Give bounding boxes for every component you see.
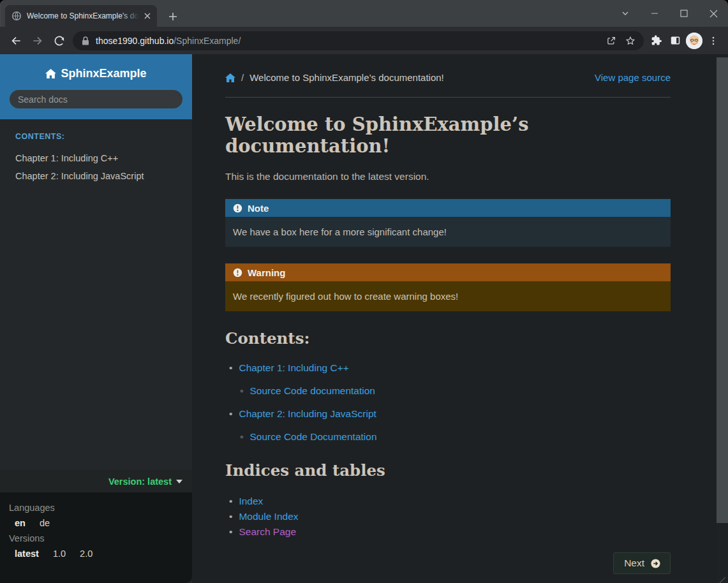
note-title-bar: Note bbox=[225, 199, 671, 217]
list-item: Search Page bbox=[229, 524, 671, 540]
chevron-down-icon[interactable] bbox=[611, 0, 640, 27]
tab-close-icon[interactable] bbox=[142, 10, 153, 22]
project-title: SphinxExample bbox=[61, 67, 146, 80]
indices-heading: Indices and tables bbox=[225, 461, 671, 480]
warning-info-icon bbox=[233, 268, 242, 277]
bookmark-star-icon[interactable] bbox=[621, 31, 640, 50]
intro-paragraph: This is the documentation to the latest … bbox=[225, 171, 671, 182]
close-window-button[interactable] bbox=[699, 0, 728, 27]
version-selector[interactable]: Version: latest bbox=[0, 470, 192, 492]
versions-row: latest 1.0 2.0 bbox=[9, 546, 183, 561]
browser-toolbar: those1990.github.io/SphinxExample/ bbox=[0, 27, 728, 54]
new-tab-button[interactable] bbox=[165, 8, 181, 25]
warning-title-bar: Warning bbox=[225, 263, 671, 281]
browser-window: Welcome to SphinxExample’s doc bbox=[0, 0, 728, 583]
project-home-link[interactable]: SphinxExample bbox=[10, 67, 182, 80]
note-body: We have a box here for a more significan… bbox=[225, 217, 671, 247]
view-page-source-link[interactable]: View page source bbox=[595, 72, 671, 83]
sidebar: SphinxExample CONTENTS: Chapter 1: Inclu… bbox=[0, 54, 192, 583]
caret-down-icon bbox=[176, 480, 182, 483]
sidebar-header: SphinxExample bbox=[0, 54, 192, 119]
address-bar[interactable]: those1990.github.io/SphinxExample/ bbox=[73, 31, 644, 50]
list-item: Index bbox=[229, 494, 671, 509]
toc-chapter-1-link[interactable]: Chapter 1: Including C++ bbox=[239, 362, 348, 373]
url-path: /SphinxExample/ bbox=[174, 36, 241, 46]
minimize-button[interactable] bbox=[640, 0, 669, 27]
version-1-0-link[interactable]: 1.0 bbox=[53, 546, 66, 561]
page-title: Welcome to SphinxExample’s documentation… bbox=[225, 114, 671, 157]
note-title: Note bbox=[248, 203, 269, 214]
breadcrumb-current-page: Welcome to SphinxExample’s documentation… bbox=[249, 72, 444, 83]
version-2-0-link[interactable]: 2.0 bbox=[80, 546, 93, 561]
toc-chapter-2-link[interactable]: Chapter 2: Including JavaScript bbox=[239, 408, 376, 419]
search-page-link[interactable]: Search Page bbox=[239, 526, 296, 537]
language-en-link[interactable]: en bbox=[15, 515, 26, 531]
languages-row: en de bbox=[9, 515, 183, 531]
warning-admonition: Warning We recently figured out how to c… bbox=[225, 263, 671, 311]
index-link[interactable]: Index bbox=[239, 496, 263, 506]
toc-chapter-1-source-link[interactable]: Source Code documentation bbox=[250, 385, 375, 396]
scrollbar-track[interactable] bbox=[717, 54, 728, 583]
sidebar-contents-label: CONTENTS: bbox=[0, 132, 192, 141]
avatar-image bbox=[686, 33, 702, 49]
scrollbar-thumb[interactable] bbox=[717, 57, 728, 523]
home-icon bbox=[45, 69, 56, 78]
menu-dots-icon[interactable] bbox=[704, 31, 723, 50]
language-de-link[interactable]: de bbox=[40, 515, 50, 531]
versions-label: Versions bbox=[9, 531, 183, 546]
list-item: Module Index bbox=[229, 509, 671, 524]
warning-body: We recently figured out how to create wa… bbox=[225, 281, 671, 311]
breadcrumb-home-icon[interactable] bbox=[225, 73, 235, 82]
tab-strip: Welcome to SphinxExample’s doc bbox=[0, 0, 728, 27]
note-admonition: Note We have a box here for a more signi… bbox=[225, 199, 671, 247]
sidebar-item-chapter-1[interactable]: Chapter 1: Including C++ bbox=[0, 149, 192, 167]
side-panel-icon[interactable] bbox=[665, 31, 685, 50]
toolbar-right bbox=[646, 31, 723, 50]
next-button-label: Next bbox=[624, 557, 644, 569]
back-icon[interactable] bbox=[5, 30, 27, 52]
main-content: / Welcome to SphinxExample’s documentati… bbox=[192, 54, 728, 583]
extensions-puzzle-icon[interactable] bbox=[646, 31, 665, 50]
toc-item: Chapter 2: Including JavaScript bbox=[229, 408, 671, 420]
share-icon[interactable] bbox=[602, 31, 621, 50]
tab-favicon-globe-icon bbox=[11, 11, 22, 21]
next-button[interactable]: Next bbox=[613, 552, 671, 574]
toc-item: Chapter 1: Including C++ bbox=[229, 362, 671, 374]
toc-chapter-2-source-link[interactable]: Source Code Documentation bbox=[250, 431, 377, 442]
url-text: those1990.github.io/SphinxExample/ bbox=[96, 36, 602, 46]
sidebar-nav: CONTENTS: Chapter 1: Including C++ Chapt… bbox=[0, 119, 192, 470]
search-input[interactable] bbox=[10, 90, 182, 108]
window-controls bbox=[611, 0, 728, 27]
version-current-label: Version: latest bbox=[108, 476, 172, 487]
url-host: those1990.github.io bbox=[96, 36, 174, 46]
breadcrumb: / Welcome to SphinxExample’s documentati… bbox=[225, 54, 671, 83]
breadcrumb-divider bbox=[225, 97, 671, 98]
version-flyout-panel: Languages en de Versions latest 1.0 2.0 bbox=[0, 492, 192, 583]
browser-tab[interactable]: Welcome to SphinxExample’s doc bbox=[5, 5, 157, 27]
toc-subitem: Source Code Documentation bbox=[240, 431, 671, 443]
toc-subitem: Source Code documentation bbox=[240, 385, 671, 397]
tab-title: Welcome to SphinxExample’s doc bbox=[27, 11, 139, 20]
note-info-icon bbox=[233, 203, 242, 213]
forward-icon[interactable] bbox=[27, 30, 48, 52]
breadcrumb-separator: / bbox=[241, 72, 244, 83]
table-of-contents: Chapter 1: Including C++ Source Code doc… bbox=[225, 362, 671, 443]
version-latest-link[interactable]: latest bbox=[15, 546, 39, 561]
lock-icon[interactable] bbox=[81, 36, 90, 46]
contents-heading: Contents: bbox=[225, 329, 671, 348]
indices-list: Index Module Index Search Page bbox=[225, 494, 671, 540]
page-viewport: SphinxExample CONTENTS: Chapter 1: Inclu… bbox=[0, 54, 728, 583]
module-index-link[interactable]: Module Index bbox=[239, 511, 298, 522]
sidebar-item-chapter-2[interactable]: Chapter 2: Including JavaScript bbox=[0, 167, 192, 185]
maximize-button[interactable] bbox=[669, 0, 699, 27]
reload-icon[interactable] bbox=[48, 30, 70, 52]
languages-label: Languages bbox=[9, 500, 183, 515]
profile-avatar[interactable] bbox=[685, 31, 704, 50]
warning-title: Warning bbox=[248, 267, 285, 278]
arrow-circle-right-icon bbox=[650, 558, 661, 569]
